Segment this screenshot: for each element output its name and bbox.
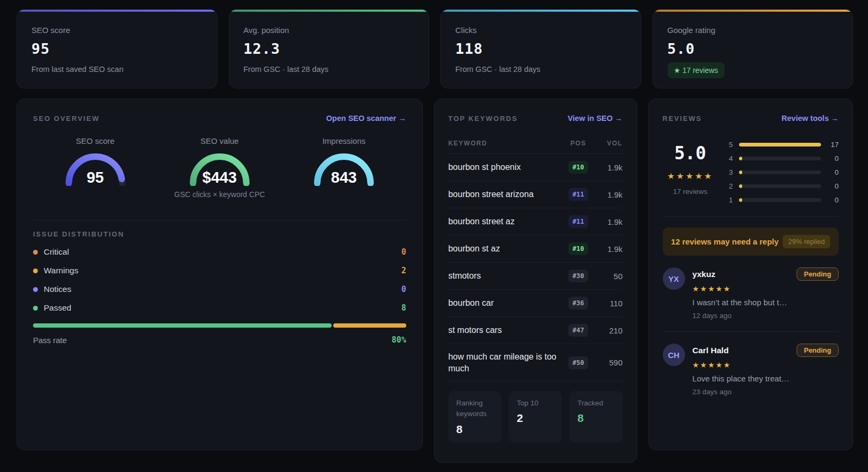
keyword-row[interactable]: bourbon street az #11 1.9k	[448, 208, 623, 235]
keyword-row[interactable]: bourbon car #36 110	[448, 290, 623, 317]
review-date: 12 days ago	[693, 312, 839, 320]
stat-card-seo-score: SEO score 95 From last saved SEO scan	[17, 10, 218, 88]
keyword-row[interactable]: bourbon st az #10 1.9k	[448, 235, 623, 263]
stat-card-google-rating: Google rating 5.0 ★ 17 reviews	[653, 10, 854, 88]
reviewer-name: Carl Hald	[693, 346, 729, 355]
star-level-label: 3	[728, 168, 733, 176]
view-in-seo-link[interactable]: View in SEO →	[568, 114, 623, 123]
position-badge: #10	[568, 161, 589, 174]
column-header-keyword: KEYWORD	[448, 140, 562, 147]
issue-row-critical: Critical 0	[33, 247, 406, 257]
review-tools-link[interactable]: Review tools →	[782, 114, 839, 123]
review-body: Carl Hald Pending ★★★★★ Love this place …	[693, 344, 839, 396]
gauge-label: SEO value	[157, 136, 282, 145]
position-badge: #11	[568, 188, 589, 201]
top-keywords-header: TOP KEYWORDS View in SEO →	[448, 114, 623, 123]
open-seo-scanner-link[interactable]: Open SEO scanner →	[326, 114, 406, 123]
keyword-row[interactable]: bourbon street arizona #11 1.9k	[448, 181, 623, 208]
keyword-volume: 210	[595, 326, 623, 335]
main-panels: SEO OVERVIEW Open SEO scanner → SEO scor…	[17, 99, 853, 463]
review-item[interactable]: CH Carl Hald Pending ★★★★★ Love this pla…	[663, 331, 839, 396]
rating-score-block: 5.0 ★★★★★ 17 reviews	[663, 136, 718, 207]
issue-row-notices: Notices 0	[33, 284, 406, 294]
issue-label: Notices	[44, 284, 71, 294]
position-badge: #36	[568, 297, 589, 310]
column-header-vol: VOL	[595, 140, 623, 147]
pass-rate-value: 80%	[392, 335, 406, 345]
star-level-label: 5	[728, 141, 733, 149]
stat-label: Avg. position	[244, 26, 415, 35]
keyword-row[interactable]: st motors cars #47 210	[448, 317, 623, 344]
pass-rate-bar-passed-segment	[33, 323, 332, 328]
keyword-row[interactable]: bourbon st phoenix #10 1.9k	[448, 154, 623, 181]
keyword-text: bourbon street arizona	[448, 189, 562, 200]
keyword-row[interactable]: stmotors #30 50	[448, 263, 623, 290]
warnings-dot-icon	[33, 268, 38, 273]
keyword-volume: 1.9k	[595, 190, 623, 199]
tracked-stat: Tracked 8	[569, 391, 623, 443]
keyword-volume: 1.9k	[595, 163, 623, 172]
stat-box-value: 8	[456, 423, 494, 436]
distribution-count: 17	[827, 141, 839, 149]
gauge-seo-value: SEO value $443 GSC clicks × keyword CPC	[157, 136, 282, 199]
issue-row-passed: Passed 8	[33, 303, 406, 313]
replied-percent-badge: 29% replied	[783, 235, 830, 248]
panel-title: TOP KEYWORDS	[448, 115, 518, 123]
position-badge: #50	[568, 356, 589, 369]
review-text: Love this place they treat…	[693, 374, 839, 383]
reviewer-name: yxkuz	[693, 270, 716, 279]
review-item[interactable]: YX yxkuz Pending ★★★★★ I wasn’t at the s…	[663, 267, 839, 320]
keyword-volume: 1.9k	[595, 245, 623, 254]
stat-value: 118	[455, 40, 626, 57]
keyword-text: bourbon st phoenix	[448, 161, 562, 173]
distribution-count: 0	[827, 154, 839, 162]
gauge-seo-score: SEO score 95	[33, 136, 157, 199]
passed-dot-icon	[33, 306, 38, 311]
needs-reply-banner[interactable]: 12 reviews may need a reply 29% replied	[663, 227, 839, 256]
stat-label: Google rating	[668, 26, 839, 35]
card-accent-bar	[17, 10, 217, 12]
distribution-count: 0	[827, 182, 839, 190]
distribution-count: 0	[827, 168, 839, 176]
review-date: 23 days ago	[693, 388, 839, 396]
keyword-row[interactable]: how much car mileage is too much #50 590	[448, 344, 623, 381]
divider	[663, 216, 839, 217]
stat-card-clicks: Clicks 118 From GSC · last 28 days	[440, 10, 641, 88]
stat-card-avg-position: Avg. position 12.3 From GSC · last 28 da…	[229, 10, 430, 88]
panel-title: REVIEWS	[663, 115, 702, 123]
issue-label: Warnings	[44, 266, 78, 275]
rating-distribution: 5 17 4 0 3 0 2 0	[728, 136, 839, 207]
review-stars-icon: ★★★★★	[693, 284, 839, 293]
issue-count: 0	[401, 284, 406, 294]
keyword-stats-row: Ranking keywords 8 Top 10 2 Tracked 8	[448, 391, 623, 443]
gauge-value: 843	[290, 169, 398, 186]
avatar: YX	[663, 267, 685, 290]
keyword-volume: 1.9k	[595, 217, 623, 226]
distribution-bar	[739, 198, 821, 202]
distribution-row-5: 5 17	[728, 137, 839, 151]
stat-value: 5.0	[668, 40, 839, 57]
pass-rate-label: Pass rate	[33, 336, 67, 345]
section-title: ISSUE DISTRIBUTION	[33, 230, 406, 238]
keyword-text: bourbon car	[448, 297, 562, 309]
stat-value: 95	[31, 40, 203, 57]
seo-overview-header: SEO OVERVIEW Open SEO scanner →	[33, 114, 406, 123]
top-keywords-panel: TOP KEYWORDS View in SEO → KEYWORD POS V…	[434, 99, 637, 463]
stat-box-value: 2	[517, 412, 554, 425]
keywords-table-header: KEYWORD POS VOL	[448, 140, 623, 154]
rating-score: 5.0	[663, 143, 718, 164]
distribution-row-2: 2 0	[728, 179, 839, 193]
card-accent-bar	[653, 10, 853, 12]
reviews-count-badge[interactable]: ★ 17 reviews	[668, 62, 725, 78]
position-badge: #47	[568, 324, 589, 337]
review-text: I wasn’t at the shop but t…	[693, 298, 839, 307]
position-badge: #11	[568, 215, 589, 228]
stat-card-row: SEO score 95 From last saved SEO scan Av…	[17, 10, 853, 88]
keyword-volume: 110	[595, 299, 623, 308]
status-badge: Pending	[797, 344, 839, 357]
distribution-bar	[739, 143, 821, 147]
stat-label: Clicks	[455, 26, 626, 35]
gauge-impressions: Impressions 843	[282, 136, 406, 199]
column-header-pos: POS	[562, 140, 595, 147]
rating-count: 17 reviews	[663, 188, 718, 196]
